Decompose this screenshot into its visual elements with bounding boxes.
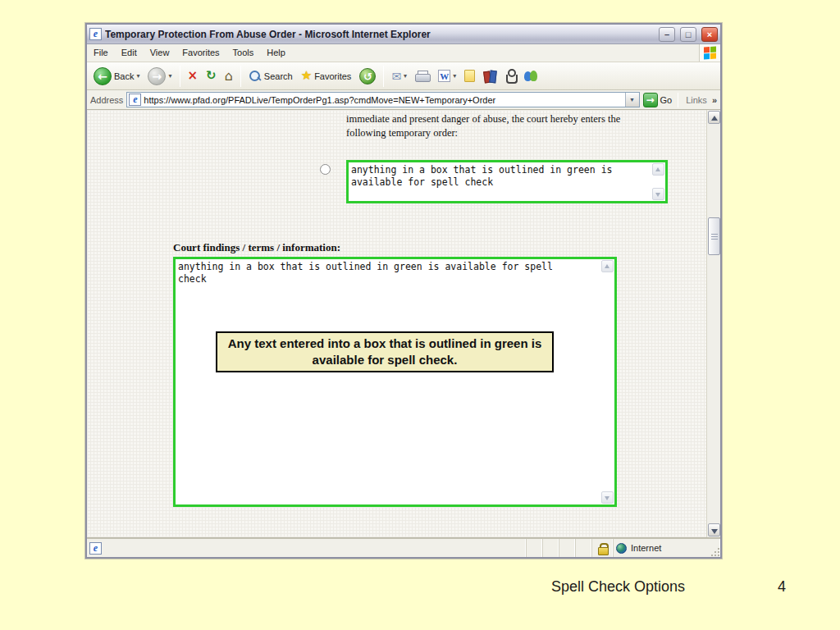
scroll-down-icon[interactable]: [601, 491, 614, 504]
forward-button[interactable]: → ▾: [144, 66, 175, 87]
word-icon: W: [438, 70, 450, 82]
status-page-icon: e: [89, 542, 102, 555]
menu-help[interactable]: Help: [260, 44, 292, 62]
menu-file[interactable]: File: [87, 44, 115, 62]
menu-tools[interactable]: Tools: [226, 44, 261, 62]
window-title: Temporary Protection From Abuse Order - …: [105, 29, 654, 40]
history-icon: ↺: [359, 68, 376, 84]
close-button[interactable]: ×: [701, 27, 718, 42]
back-dropdown-icon[interactable]: ▾: [136, 72, 139, 80]
page-vertical-scrollbar[interactable]: [706, 110, 720, 537]
stop-button[interactable]: ×: [185, 68, 202, 84]
forward-icon: →: [148, 67, 166, 85]
resize-grip[interactable]: [711, 548, 719, 556]
status-segment: [576, 539, 592, 557]
scrollbar-up-icon[interactable]: [708, 111, 720, 124]
ie-browser-window: e Temporary Protection From Abuse Order …: [85, 23, 722, 559]
slide-background: { "slide": { "caption": "Spell Check Opt…: [0, 0, 840, 630]
security-lock-panel: [592, 539, 614, 557]
slide-page-number: 4: [778, 578, 786, 596]
temporary-order-textarea[interactable]: anything in a box that is outlined in gr…: [346, 160, 668, 203]
search-icon: [249, 70, 262, 83]
menu-edit[interactable]: Edit: [115, 44, 144, 62]
refresh-icon: ↻: [206, 70, 217, 82]
status-main-panel: e: [87, 539, 527, 557]
scrollbar-down-icon[interactable]: [708, 523, 720, 536]
menu-favorites[interactable]: Favorites: [176, 44, 226, 62]
status-segment: [559, 539, 576, 557]
menu-bar: File Edit View Favorites Tools Help: [87, 44, 720, 62]
scroll-up-icon[interactable]: [652, 163, 664, 176]
print-button[interactable]: [412, 69, 433, 84]
favorites-button[interactable]: ★ Favorites: [298, 68, 355, 84]
menu-spacer: [292, 44, 699, 62]
ie-icon: e: [89, 28, 102, 40]
slide-caption: Spell Check Options: [551, 578, 685, 596]
toolbar-separator: [180, 66, 180, 87]
address-url[interactable]: https://www.pfad.org/PFADLive/TempOrderP…: [144, 95, 622, 105]
forward-dropdown-icon[interactable]: ▾: [168, 72, 171, 80]
home-icon: ⌂: [225, 70, 233, 83]
mail-dropdown-icon[interactable]: ▾: [404, 72, 407, 80]
toolbar-separator: [240, 66, 241, 87]
temporary-order-textarea-value: anything in a box that is outlined in gr…: [349, 162, 632, 190]
minimize-button[interactable]: –: [659, 27, 675, 42]
address-dropdown-icon[interactable]: ▼: [625, 93, 639, 107]
back-icon: ←: [94, 67, 112, 85]
callout-text: Any text entered into a box that is outl…: [217, 336, 552, 368]
address-separator: [678, 93, 678, 107]
edit-with-word-button[interactable]: W ▾: [435, 68, 459, 84]
messenger-button[interactable]: [521, 68, 541, 84]
status-segment: [543, 539, 559, 557]
go-button[interactable]: → Go: [643, 93, 673, 107]
security-zone-label: Internet: [631, 543, 661, 553]
scroll-down-icon[interactable]: [652, 188, 664, 200]
spell-check-callout: Any text entered into a box that is outl…: [216, 331, 554, 372]
back-label: Back: [114, 71, 134, 81]
address-input[interactable]: e https://www.pfad.org/PFADLive/TempOrde…: [126, 92, 639, 107]
links-button[interactable]: Links: [684, 95, 709, 105]
title-bar[interactable]: e Temporary Protection From Abuse Order …: [87, 25, 720, 44]
history-button[interactable]: ↺: [356, 66, 379, 86]
address-label: Address: [90, 95, 123, 105]
search-button[interactable]: Search: [245, 68, 296, 84]
links-label: Links: [686, 95, 707, 105]
status-segment: [527, 539, 543, 557]
discuss-button[interactable]: [461, 68, 478, 84]
maximize-button[interactable]: □: [680, 27, 696, 42]
accessibility-icon: [504, 69, 516, 83]
go-arrow-icon: →: [643, 93, 658, 107]
security-zone-panel: Internet: [614, 539, 720, 557]
menu-view[interactable]: View: [144, 44, 176, 62]
research-icon: [483, 70, 496, 82]
refresh-button[interactable]: ↻: [203, 68, 220, 84]
accessibility-button[interactable]: [501, 67, 519, 84]
research-button[interactable]: [480, 68, 500, 84]
discuss-icon: [464, 70, 475, 82]
messenger-icon: [524, 70, 538, 83]
temporary-order-radio[interactable]: [320, 164, 331, 175]
lock-icon: [598, 543, 607, 554]
mail-button[interactable]: ✉ ▾: [388, 69, 410, 84]
home-button[interactable]: ⌂: [221, 68, 236, 84]
mail-icon: ✉: [391, 71, 401, 82]
favorites-label: Favorites: [314, 71, 351, 81]
standard-toolbar: ← Back ▾ → ▾ × ↻ ⌂ Search ★ Favorites ↺: [87, 62, 720, 90]
scroll-up-icon[interactable]: [601, 260, 614, 272]
go-label: Go: [660, 95, 673, 105]
court-findings-label: Court findings / terms / information:: [173, 241, 340, 254]
favorites-icon: ★: [301, 70, 312, 82]
back-button[interactable]: ← Back ▾: [90, 66, 143, 87]
address-bar: Address e https://www.pfad.org/PFADLive/…: [87, 90, 720, 110]
toolbar-separator: [383, 66, 384, 87]
search-label: Search: [264, 71, 293, 81]
page-icon: e: [129, 94, 141, 106]
court-findings-textarea[interactable]: anything in a box that is outlined in gr…: [173, 257, 617, 507]
edit-dropdown-icon[interactable]: ▾: [453, 72, 456, 80]
court-order-intro-text: immediate and present danger of abuse, t…: [346, 112, 660, 140]
scrollbar-thumb[interactable]: [708, 217, 720, 255]
links-chevron-icon[interactable]: »: [712, 95, 717, 105]
stop-icon: ×: [188, 70, 199, 82]
browser-viewport: immediate and present danger of abuse, t…: [87, 110, 720, 538]
court-findings-textarea-value: anything in a box that is outlined in gr…: [176, 259, 562, 287]
